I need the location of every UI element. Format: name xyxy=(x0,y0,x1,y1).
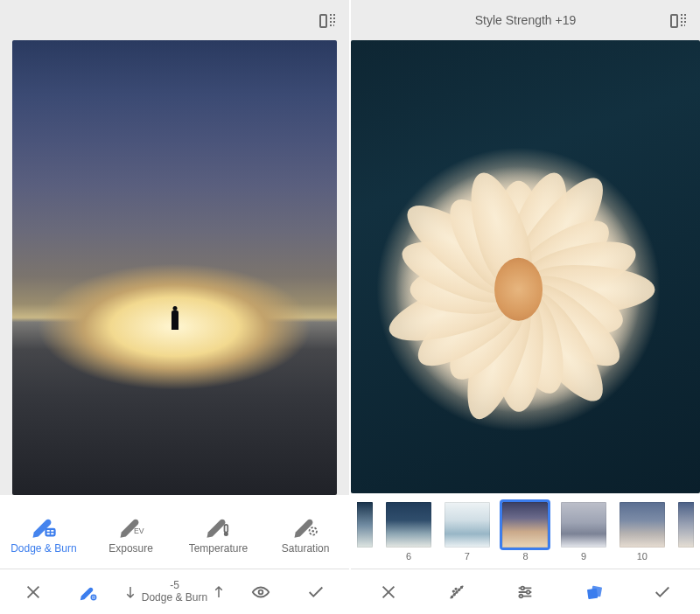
style-num: 10 xyxy=(637,551,648,562)
tool-label: Temperature xyxy=(189,542,248,555)
stepper-readout: -5 Dodge & Burn xyxy=(142,580,207,603)
svg-rect-0 xyxy=(320,15,326,27)
svg-point-16 xyxy=(455,588,457,590)
right-topbar: Style Strength +19 xyxy=(351,0,700,40)
svg-point-11 xyxy=(454,593,456,595)
style-thumb xyxy=(357,502,373,548)
tool-temperature[interactable]: Temperature xyxy=(175,513,262,555)
style-item-edge[interactable] xyxy=(678,502,694,548)
svg-point-17 xyxy=(522,586,525,590)
svg-point-13 xyxy=(458,589,460,590)
left-screen: Dodge & Burn EV Exposure Temperature Sa xyxy=(0,0,349,614)
left-photo xyxy=(12,40,337,495)
style-thumb xyxy=(444,502,490,548)
svg-point-18 xyxy=(527,590,530,594)
svg-point-19 xyxy=(520,594,523,597)
decrease-button[interactable] xyxy=(122,571,138,613)
style-item-7[interactable]: 7 xyxy=(444,502,490,562)
svg-rect-21 xyxy=(591,585,602,597)
style-item-9[interactable]: 9 xyxy=(561,502,606,562)
style-item-10[interactable]: 10 xyxy=(620,502,665,562)
value-stepper: -5 Dodge & Burn xyxy=(122,571,227,613)
adjust-button[interactable] xyxy=(504,571,546,613)
brush-settings-button[interactable] xyxy=(67,571,109,613)
style-strip[interactable]: 6 7 8 9 10 xyxy=(351,493,700,569)
right-screen: Style Strength +19 6 7 8 9 xyxy=(349,0,700,614)
apply-button[interactable] xyxy=(295,571,337,613)
svg-point-12 xyxy=(456,591,458,593)
right-action-bar xyxy=(351,569,700,614)
svg-rect-3 xyxy=(225,525,228,533)
compare-icon[interactable] xyxy=(668,10,690,31)
style-item-edge[interactable] xyxy=(357,502,373,548)
compare-icon[interactable] xyxy=(318,10,339,31)
svg-point-4 xyxy=(224,532,228,536)
tool-label: Exposure xyxy=(108,542,153,555)
style-item-6[interactable]: 6 xyxy=(386,502,431,562)
left-topbar xyxy=(0,0,349,40)
close-button[interactable] xyxy=(12,571,54,613)
tool-exposure[interactable]: EV Exposure xyxy=(88,513,175,555)
stepper-value: -5 xyxy=(170,580,179,591)
tool-dodge-burn[interactable]: Dodge & Burn xyxy=(0,513,88,555)
svg-point-14 xyxy=(461,586,463,588)
styles-button[interactable] xyxy=(573,571,615,613)
svg-point-6 xyxy=(312,530,315,533)
stepper-label: Dodge & Burn xyxy=(142,592,207,604)
left-canvas[interactable] xyxy=(0,40,349,495)
svg-point-8 xyxy=(259,590,263,594)
left-action-bar: -5 Dodge & Burn xyxy=(0,569,349,614)
svg-text:EV: EV xyxy=(134,527,144,535)
preview-button[interactable] xyxy=(240,571,282,613)
style-item-8[interactable]: 8 xyxy=(502,502,548,562)
right-photo xyxy=(351,40,700,493)
tool-label: Dodge & Burn xyxy=(10,542,76,555)
style-num: 9 xyxy=(581,551,586,562)
tool-saturation[interactable]: Saturation xyxy=(262,513,349,555)
tool-label: Saturation xyxy=(282,542,330,555)
style-thumb xyxy=(386,502,431,548)
style-num: 6 xyxy=(406,551,411,562)
style-thumb xyxy=(620,502,665,548)
style-thumb xyxy=(561,502,606,548)
style-thumb xyxy=(678,502,694,548)
svg-point-10 xyxy=(452,596,453,597)
tool-row: Dodge & Burn EV Exposure Temperature Sa xyxy=(0,495,349,569)
right-title: Style Strength +19 xyxy=(475,13,577,27)
right-canvas[interactable] xyxy=(351,40,700,493)
style-thumb xyxy=(502,502,548,548)
close-button[interactable] xyxy=(368,571,410,613)
style-num: 8 xyxy=(522,551,528,562)
mask-button[interactable] xyxy=(436,571,478,613)
increase-button[interactable] xyxy=(211,571,227,613)
svg-point-15 xyxy=(453,590,455,592)
style-num: 7 xyxy=(465,551,470,562)
svg-rect-9 xyxy=(671,15,677,27)
apply-button[interactable] xyxy=(641,571,683,613)
